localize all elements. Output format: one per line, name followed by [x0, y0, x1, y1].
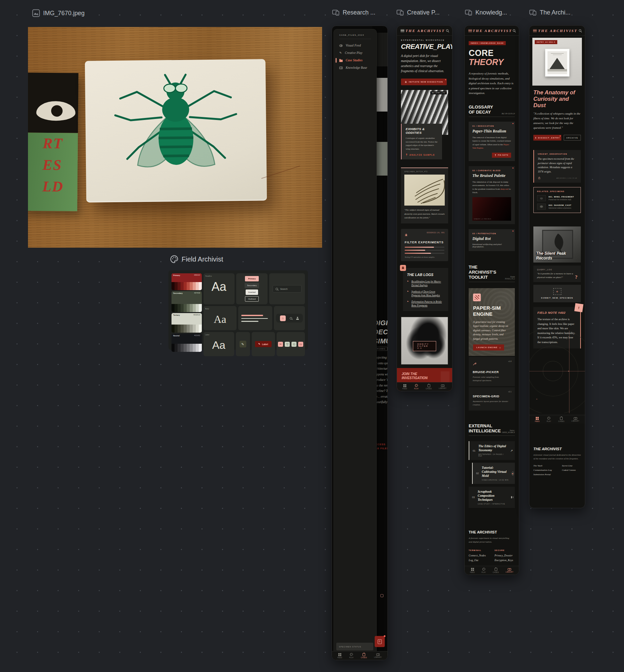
drawer-item-visual-feed[interactable]: Visual Feed: [334, 42, 376, 49]
swatch-secondary[interactable]: Secondary#3F4538: [172, 291, 202, 312]
primary-button[interactable]: Primary: [245, 276, 258, 281]
log-link[interactable]: ►Recalibrating Lens for Macro-Dermal Ana…: [407, 280, 444, 287]
frame-title-archivist[interactable]: The Archi...: [529, 9, 570, 16]
footer-link[interactable]: Contamination Log: [534, 469, 552, 471]
swatch-tertiary[interactable]: Tertiary#D3D5C8: [172, 313, 202, 333]
style-panel-title[interactable]: Field Archivist: [170, 255, 223, 263]
analyze-sample-link[interactable]: ANALYZE SAMPLE: [406, 153, 438, 156]
inverted-button[interactable]: Inverted: [245, 289, 258, 295]
nav-library[interactable]: LIBRARY: [506, 568, 514, 573]
nav-cases[interactable]: CASES: [493, 568, 499, 573]
tool-card-bruise-picker[interactable]: v1.8 BRUISE-PICKER Forensic color sampli…: [469, 357, 515, 386]
footer-link[interactable]: Log_Out: [469, 559, 486, 562]
specimen-row[interactable]: 002. SHADOW_CAST Ephemeral evidence of p…: [537, 204, 577, 210]
tag-icon[interactable]: ◇: [291, 342, 296, 347]
archive-button[interactable]: ARCHIVE: [564, 135, 581, 140]
resource-item[interactable]: 02 Tutorial: Cultivating Virtual Mold VI…: [472, 463, 515, 484]
nav-feed[interactable]: FEED: [337, 653, 342, 658]
filter-slider[interactable]: [405, 247, 444, 248]
nav-cases[interactable]: CASES: [361, 653, 367, 658]
tool-card-specimen-grid[interactable]: v2.1 SPECIMEN-GRID Asymmetric layout gen…: [469, 387, 515, 411]
home-icon[interactable]: ⌂: [280, 315, 286, 321]
frame-title-creative[interactable]: Creative P...: [396, 9, 440, 16]
specimen-row[interactable]: 001. WING_FRAGMENT Found near the ventil…: [537, 195, 577, 201]
archivist-home-screen: THE ARCHIVIST ENTRY_04 OBJ-5 The Anatomy…: [529, 25, 585, 508]
frame-title-research[interactable]: Research ...: [332, 9, 375, 16]
initiate-dissection-button[interactable]: INITIATE NEW DISSECTION: [401, 79, 447, 85]
submit-new-specimen-card[interactable]: + SUBMIT_NEW_SPECIMEN: [534, 285, 581, 302]
nav-library[interactable]: LIBRARY: [439, 385, 446, 389]
footer-link[interactable]: Coded Comms: [562, 469, 576, 471]
search-icon[interactable]: [579, 29, 581, 32]
nav-feed[interactable]: FEED: [402, 384, 407, 390]
filter-slider[interactable]: [405, 250, 444, 251]
glossary-card[interactable]: 03 / PUTREFACTION Digital Rot Intentiona…: [469, 229, 515, 251]
resource-item[interactable]: 01 The Ethics of Digital Taxonomy WHITEP…: [469, 441, 515, 460]
footer-link[interactable]: Privacy_Dossier: [495, 554, 513, 557]
exhibits-card[interactable]: MO-15487_2-52 EXHIBITS & ODDITIES Catalo…: [401, 90, 448, 160]
nav-play[interactable]: PLAY: [414, 384, 419, 390]
secondary-button[interactable]: Secondary: [244, 283, 259, 288]
drawer-item-knowledge-base[interactable]: Knowledge Base: [334, 64, 376, 72]
scalpel-icon[interactable]: ✂: [278, 342, 283, 347]
swatch-neutral[interactable]: Neutral#121412: [172, 334, 202, 352]
pin-note-button[interactable]: PIN NOTE: [492, 153, 511, 158]
photo-img-7670[interactable]: RT ES LD: [28, 27, 322, 248]
new-case-fab[interactable]: [375, 636, 385, 647]
frame-title-img[interactable]: IMG_7670.jpeg: [32, 9, 84, 17]
search-icon[interactable]: [290, 317, 292, 319]
footer-link[interactable]: The Vault: [534, 464, 552, 467]
pencil-icon[interactable]: ✎: [239, 341, 246, 347]
nav-cases[interactable]: CASES: [558, 417, 564, 422]
nav-play[interactable]: PLAY: [349, 653, 354, 658]
nav-library[interactable]: LIBRARY: [374, 653, 382, 658]
menu-icon[interactable]: [400, 29, 404, 32]
nav-feed[interactable]: FEED: [535, 417, 540, 422]
menu-icon[interactable]: [468, 29, 472, 32]
query-log-card[interactable]: QUERY_LOG "Is it possible for a memory t…: [534, 265, 581, 282]
specimen-sketch-card[interactable]: SPECIMEN_SKTCH_472 "The subject showed s…: [401, 167, 448, 224]
type-tile-label[interactable]: Label Aa: [204, 332, 234, 356]
glossary-card[interactable]: 02 / CHROMATIC BLEED The Bruised Palette…: [469, 166, 515, 224]
entry-link[interactable]: deep-red: [500, 188, 509, 190]
footer-link[interactable]: Encryption_Keys: [495, 559, 513, 562]
specimen-status-input[interactable]: SPECIMEN STATUS: [336, 643, 373, 650]
log-link[interactable]: ►Synthesis of Deep Green Pigments from M…: [407, 290, 444, 298]
search-icon[interactable]: [446, 29, 448, 32]
eye-icon: [339, 45, 343, 47]
nav-play[interactable]: PLAY: [482, 568, 486, 573]
footer-link[interactable]: Secret Line: [562, 464, 576, 467]
nav-cases[interactable]: CASES: [425, 384, 432, 390]
filter-slider[interactable]: [405, 253, 444, 254]
label-chip[interactable]: ✎Label: [255, 341, 271, 347]
hero-entry-card[interactable]: ENTRY_04 OBJ-5: [532, 38, 582, 85]
launch-engine-button[interactable]: LAUNCH ENGINE ▽: [473, 344, 504, 351]
type-sample: Aa: [205, 336, 233, 355]
type-tile-headline[interactable]: Headline Aa: [204, 273, 234, 304]
resource-item[interactable]: 03 Scrapbook Composition Techniques CASE…: [469, 487, 515, 508]
type-tile-body[interactable]: Body Aa: [204, 306, 236, 330]
flask-icon[interactable]: ▽: [285, 342, 290, 347]
outlined-button[interactable]: Outlined: [245, 296, 258, 302]
menu-icon[interactable]: [533, 29, 537, 32]
dissect-entry-button[interactable]: DISSECT_ENTRY: [534, 135, 561, 140]
drawer-item-case-studies[interactable]: Case Studies: [334, 57, 376, 64]
location-scan-card[interactable]: LOCATION_SCAN The Silent Peak Records: [534, 227, 581, 262]
urgent-observation-card[interactable]: URGENT_OBSERVATION The specimen recovere…: [534, 150, 581, 183]
glossary-card[interactable]: 01 / DESICCATION Paper-Thin Realism The …: [469, 122, 515, 161]
swatch-primary[interactable]: Primary#8B2020: [172, 273, 202, 290]
footer-link[interactable]: Connect_Nodes: [469, 554, 486, 557]
nav-library[interactable]: LIBRARY: [571, 417, 579, 422]
nav-play[interactable]: PLAY: [547, 417, 551, 422]
oddity-filter-card[interactable]: ODDITY FILTER V.1: [401, 317, 448, 365]
bin-icon[interactable]: ▭: [298, 342, 303, 347]
search-input[interactable]: Search: [272, 285, 302, 292]
footer-link[interactable]: Submission Portal: [534, 473, 552, 476]
nav-feed[interactable]: FEED: [470, 568, 475, 573]
frame-title-knowledge[interactable]: Knowledg...: [465, 9, 507, 16]
search-icon[interactable]: [513, 29, 515, 32]
user-icon[interactable]: [296, 317, 299, 320]
log-link[interactable]: ►Deformation Patterns in Brittle Bone Fr…: [407, 300, 444, 308]
clipboard-icon: [363, 653, 365, 656]
drawer-item-creative-play[interactable]: ✎ Creative Play: [334, 49, 376, 57]
